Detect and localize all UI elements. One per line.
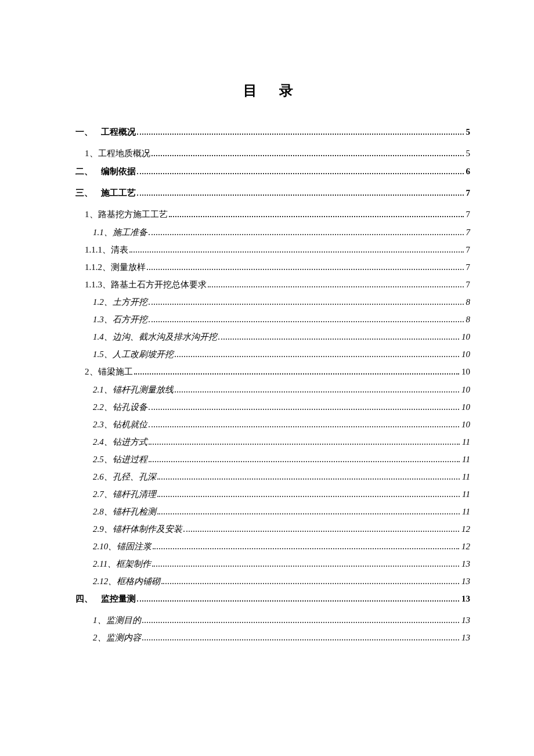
- toc-leader-dots: [137, 600, 459, 602]
- toc-leader-dots: [152, 566, 459, 567]
- toc-page-number: 11: [462, 438, 470, 447]
- toc-label: 工程地质概况: [98, 149, 150, 158]
- document-page: 目 录 一、工程概况51、工程地质概况5二、编制依据6三、施工工艺71、路基挖方…: [0, 0, 534, 709]
- toc-label: 锚杆孔测量放线: [113, 386, 174, 394]
- toc-page-number: 6: [466, 167, 471, 176]
- toc-leader-dots: [153, 548, 459, 549]
- toc-label: 人工改刷坡开挖: [113, 350, 174, 359]
- toc-entry: 1.1.2、测量放样7: [75, 263, 470, 272]
- toc-marker: 1.5、: [93, 350, 113, 359]
- toc-leader-dots: [149, 426, 459, 427]
- toc-leader-dots: [134, 373, 460, 375]
- toc-marker: 1.2、: [93, 298, 113, 307]
- toc-entry: 2.3、钻机就位 10: [75, 420, 470, 429]
- toc-page-number: 5: [466, 149, 471, 158]
- toc-entry: 1.2、土方开挖 8: [75, 298, 470, 307]
- toc-label: 施工准备: [113, 228, 147, 237]
- toc-label: 施工工艺: [101, 189, 136, 197]
- toc-page-number: 11: [462, 473, 470, 481]
- toc-entry: 2.8、锚杆孔检测 11: [75, 507, 470, 516]
- toc-label: 土方开挖: [113, 298, 147, 307]
- toc-page-number: 10: [461, 420, 470, 429]
- toc-marker: 1.3、: [93, 315, 113, 324]
- toc-marker: 1.1.2、: [85, 263, 111, 272]
- toc-entry: 2.2、钻孔设备 10: [75, 403, 470, 412]
- toc-label: 编制依据: [101, 167, 136, 176]
- toc-entry: 1.1、施工准备 7: [75, 228, 470, 237]
- toc-entry: 2.4、钻进方式 11: [75, 438, 470, 447]
- toc-page-number: 11: [462, 455, 470, 464]
- toc-label: 锚固注浆: [117, 542, 151, 551]
- toc-marker: 1、: [85, 210, 98, 219]
- toc-entry: 2、监测内容 13: [75, 633, 470, 642]
- toc-entry: 1.3、石方开挖 8: [75, 315, 470, 324]
- toc-leader-dots: [149, 234, 464, 235]
- toc-label: 锚杆孔检测: [113, 507, 156, 516]
- toc-marker: 2、: [85, 368, 98, 376]
- toc-marker: 三、: [75, 189, 101, 197]
- toc-leader-dots: [142, 639, 460, 640]
- toc-leader-dots: [157, 478, 460, 480]
- toc-label: 工程概况: [101, 128, 136, 136]
- toc-entry: 2.6、孔径、孔深 11: [75, 473, 470, 481]
- toc-label: 路基土石方开挖总体要求: [111, 280, 207, 289]
- toc-label: 监测内容: [106, 633, 141, 642]
- toc-marker: 2、: [93, 633, 106, 642]
- toc-marker: 2.8、: [93, 507, 113, 516]
- toc-marker: 2.11、: [93, 560, 116, 568]
- toc-leader-dots: [175, 391, 459, 393]
- toc-marker: 2.5、: [93, 455, 113, 464]
- toc-label: 钻进过程: [113, 455, 147, 464]
- toc-label: 框架制作: [116, 560, 151, 568]
- toc-leader-dots: [161, 583, 459, 584]
- toc-leader-dots: [183, 531, 459, 532]
- toc-entry: 1、工程地质概况5: [75, 149, 470, 158]
- toc-page-number: 12: [461, 525, 470, 534]
- toc-page-number: 10: [461, 333, 470, 341]
- toc-marker: 1.1、: [93, 228, 113, 237]
- toc-entry: 1.1.3、路基土石方开挖总体要求7: [75, 280, 470, 289]
- toc-label: 石方开挖: [113, 315, 147, 324]
- toc-marker: 2.12、: [93, 577, 117, 586]
- toc-leader-dots: [137, 134, 464, 135]
- toc-entry: 二、编制依据6: [75, 167, 470, 176]
- toc-leader-dots: [137, 195, 464, 196]
- toc-entry: 2.1、锚杆孔测量放线 10: [75, 386, 470, 394]
- toc-leader-dots: [208, 286, 464, 287]
- toc-label: 路基挖方施工工艺: [98, 210, 168, 219]
- toc-leader-dots: [129, 251, 464, 253]
- toc-leader-dots: [157, 513, 460, 514]
- toc-page-number: 11: [462, 507, 470, 516]
- toc-page-number: 7: [466, 246, 471, 254]
- toc-entry: 2.11、框架制作 13: [75, 560, 470, 568]
- toc-page-number: 13: [461, 595, 470, 603]
- toc-leader-dots: [149, 444, 460, 445]
- toc-page-number: 11: [462, 490, 470, 499]
- toc-marker: 1.1.3、: [85, 280, 111, 289]
- toc-marker: 2.7、: [93, 490, 113, 499]
- toc-page-number: 7: [466, 280, 471, 289]
- toc-page-number: 7: [466, 263, 471, 272]
- toc-label: 监控量测: [101, 595, 136, 603]
- toc-entry: 1.4、边沟、截水沟及排水沟开挖 10: [75, 333, 470, 341]
- toc-page-number: 7: [466, 210, 471, 219]
- toc-page-number: 10: [461, 403, 470, 412]
- toc-leader-dots: [151, 155, 464, 156]
- toc-page-number: 5: [466, 128, 471, 136]
- toc-page-number: 8: [466, 315, 471, 324]
- toc-entry: 1、监测目的 13: [75, 616, 470, 625]
- toc-marker: 2.6、: [93, 473, 113, 481]
- toc-leader-dots: [142, 622, 460, 623]
- toc-entry: 一、工程概况5: [75, 128, 470, 136]
- toc-entry: 2.9、锚杆体制作及安装 12: [75, 525, 470, 534]
- toc-entry: 1.5、人工改刷坡开挖 10: [75, 350, 470, 359]
- toc-marker: 2.9、: [93, 525, 113, 534]
- toc-leader-dots: [218, 339, 459, 340]
- toc-label: 清表: [111, 246, 128, 254]
- toc-label: 框格内铺砌: [117, 577, 160, 586]
- toc-leader-dots: [137, 173, 464, 174]
- toc-page-number: 13: [461, 577, 470, 586]
- toc-entry: 2.7、锚杆孔清理 11: [75, 490, 470, 499]
- toc-leader-dots: [149, 321, 464, 322]
- toc-marker: 二、: [75, 167, 101, 176]
